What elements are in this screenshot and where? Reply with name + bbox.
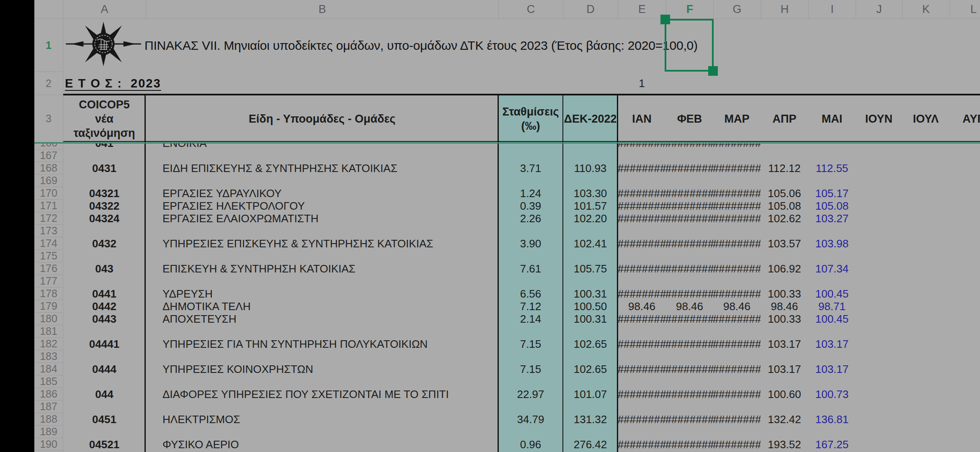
cell-A188[interactable]: 0451 xyxy=(63,413,146,426)
cell-D174[interactable]: 102.41 xyxy=(563,237,618,250)
cell-G170[interactable]: ######## xyxy=(713,187,761,200)
header-coicop[interactable]: COICOP5 νέα ταξινόμηση xyxy=(63,95,146,142)
cell-H174[interactable]: 103.57 xyxy=(761,237,808,250)
cell-G188[interactable]: ######## xyxy=(713,413,761,426)
cell-I170[interactable]: 105.17 xyxy=(808,187,856,200)
row-header-174[interactable]: 174 xyxy=(34,237,63,250)
cell-I179[interactable]: 98.71 xyxy=(808,300,856,313)
selection-handle-bottomright[interactable] xyxy=(708,66,718,76)
row-header-175[interactable]: 175 xyxy=(34,250,63,262)
cell-F184[interactable]: ######## xyxy=(666,363,713,375)
cell-D179[interactable]: 100.50 xyxy=(563,300,618,313)
cell-H168[interactable]: 112.12 xyxy=(761,162,808,175)
column-header-H[interactable]: H xyxy=(761,0,808,19)
cell-E190[interactable]: ######## xyxy=(618,438,666,451)
row-header-189[interactable]: 189 xyxy=(34,426,63,438)
cell-A172[interactable]: 04324 xyxy=(63,212,146,225)
cell-I188[interactable]: 136.81 xyxy=(808,413,856,426)
row-header-1[interactable]: 1 xyxy=(34,19,63,72)
cell-F188[interactable]: ######## xyxy=(666,413,713,426)
cell-E171[interactable]: ######## xyxy=(618,200,666,212)
column-header-C[interactable]: C xyxy=(498,0,563,19)
column-header-L[interactable]: L xyxy=(949,0,980,19)
row-header-166[interactable]: 166 xyxy=(34,144,63,149)
column-header-D[interactable]: D xyxy=(563,0,618,19)
cell-selection-F1[interactable] xyxy=(665,19,714,72)
cell-I178[interactable]: 100.45 xyxy=(808,288,856,300)
column-header-J[interactable]: J xyxy=(856,0,902,19)
column-header-I[interactable]: I xyxy=(808,0,856,19)
cell-B174[interactable]: ΥΠΗΡΕΣΙΕΣ ΕΠΙΣΚΕΥΗΣ & ΣΥΝΤΗΡΗΣΗΣ ΚΑΤΟΙΚΙ… xyxy=(146,237,498,250)
cell-E176[interactable]: ######## xyxy=(618,262,666,275)
cell-H180[interactable]: 100.33 xyxy=(761,313,808,325)
cell-B168[interactable]: ΕΙΔΗ ΕΠΙΣΚΕΥΗΣ & ΣΥΝΤΗΡΗΣΗΣ ΚΑΤΟΙΚΙΑΣ xyxy=(146,162,498,175)
cell-F186[interactable]: ######## xyxy=(666,388,713,401)
cell-E166[interactable]: ######## xyxy=(618,144,666,149)
cell-H188[interactable]: 132.42 xyxy=(761,413,808,426)
cell-D172[interactable]: 102.20 xyxy=(563,212,618,225)
cell-H178[interactable]: 100.33 xyxy=(761,288,808,300)
cell-C182[interactable]: 7.15 xyxy=(498,338,563,350)
row-header-187[interactable]: 187 xyxy=(34,401,63,413)
cell-G190[interactable]: ######## xyxy=(713,438,761,451)
header-items[interactable]: Είδη - Υποομάδες - Ομάδες xyxy=(146,95,498,142)
cell-G178[interactable]: ######## xyxy=(713,288,761,300)
cell-B178[interactable]: ΥΔΡΕΥΣΗ xyxy=(146,288,498,300)
header-month-ΑΥΓ[interactable]: ΑΥΓ xyxy=(949,95,980,142)
column-header-K[interactable]: K xyxy=(902,0,949,19)
cell-F180[interactable]: ######## xyxy=(666,313,713,325)
cell-G168[interactable]: ######## xyxy=(713,162,761,175)
cell-F166[interactable]: ######## xyxy=(666,144,713,149)
cell-B179[interactable]: ΔΗΜΟΤΙΚΑ ΤΕΛΗ xyxy=(146,300,498,313)
cell-G184[interactable]: ######## xyxy=(713,363,761,375)
cell-C170[interactable]: 1.24 xyxy=(498,187,563,200)
cell-G171[interactable]: ######## xyxy=(713,200,761,212)
cell-B186[interactable]: ΔΙΑΦΟΡΕΣ ΥΠΗΡΕΣΙΕΣ ΠΟΥ ΣΧΕΤΙΖΟΝΤΑΙ ΜΕ ΤΟ… xyxy=(146,388,498,401)
cell-B182[interactable]: ΥΠΗΡΕΣΙΕΣ ΓΙΑ ΤΗΝ ΣΥΝΤΗΡΗΣΗ ΠΟΛΥΚΑΤΟΙΚΙΩ… xyxy=(146,338,498,350)
cell-D178[interactable]: 100.31 xyxy=(563,288,618,300)
row-header-183[interactable]: 183 xyxy=(34,350,63,363)
cell-D170[interactable]: 103.30 xyxy=(563,187,618,200)
row-header-2[interactable]: 2 xyxy=(34,72,63,95)
cell-I184[interactable]: 103.17 xyxy=(808,363,856,375)
cell-A179[interactable]: 0442 xyxy=(63,300,146,313)
cell-G166[interactable]: ######## xyxy=(713,144,761,149)
cell-I180[interactable]: 100.45 xyxy=(808,313,856,325)
header-dec-2022[interactable]: ΔΕΚ-2022 xyxy=(563,95,618,142)
cell-A182[interactable]: 04441 xyxy=(63,338,146,350)
cell-H170[interactable]: 105.06 xyxy=(761,187,808,200)
cell-E172[interactable]: ######## xyxy=(618,212,666,225)
row-header-168[interactable]: 168 xyxy=(34,162,63,175)
cell-C180[interactable]: 2.14 xyxy=(498,313,563,325)
cell-F170[interactable]: ######## xyxy=(666,187,713,200)
cell-E188[interactable]: ######## xyxy=(618,413,666,426)
row-header-172[interactable]: 172 xyxy=(34,212,63,225)
cell-G186[interactable]: ######## xyxy=(713,388,761,401)
cell-E186[interactable]: ######## xyxy=(618,388,666,401)
year-label[interactable]: Ε Τ Ο Σ : 2023 xyxy=(65,72,161,95)
cell-H176[interactable]: 106.92 xyxy=(761,262,808,275)
header-month-ΙΟΥΛ[interactable]: ΙΟΥΛ xyxy=(902,95,949,142)
header-weights[interactable]: Σταθμίσεις (‰) xyxy=(498,95,563,142)
row-header-170[interactable]: 170 xyxy=(34,187,63,200)
cell-B184[interactable]: ΥΠΗΡΕΣΙΕΣ ΚΟΙΝΟΧΡΗΣΤΩΝ xyxy=(146,363,498,375)
cell-C186[interactable]: 22.97 xyxy=(498,388,563,401)
row-header-182[interactable]: 182 xyxy=(34,338,63,350)
cell-E170[interactable]: ######## xyxy=(618,187,666,200)
row-header-186[interactable]: 186 xyxy=(34,388,63,401)
cell-A186[interactable]: 044 xyxy=(63,388,146,401)
cell-H171[interactable]: 105.08 xyxy=(761,200,808,212)
cell-E2[interactable]: 1 xyxy=(618,72,666,95)
cell-E178[interactable]: ######## xyxy=(618,288,666,300)
selection-handle-topleft[interactable] xyxy=(660,15,670,24)
cell-A176[interactable]: 043 xyxy=(63,262,146,275)
cell-B171[interactable]: ΕΡΓΑΣΙΕΣ ΗΛΕΚΤΡΟΛΟΓΟΥ xyxy=(146,200,498,212)
cell-G176[interactable]: ######## xyxy=(713,262,761,275)
cell-E182[interactable]: ######## xyxy=(618,338,666,350)
cell-D182[interactable]: 102.65 xyxy=(563,338,618,350)
row-header-3[interactable]: 3 xyxy=(34,95,63,142)
cell-D168[interactable]: 110.93 xyxy=(563,162,618,175)
cell-I171[interactable]: 105.08 xyxy=(808,200,856,212)
row-header-173[interactable]: 173 xyxy=(34,225,63,237)
cell-A178[interactable]: 0441 xyxy=(63,288,146,300)
